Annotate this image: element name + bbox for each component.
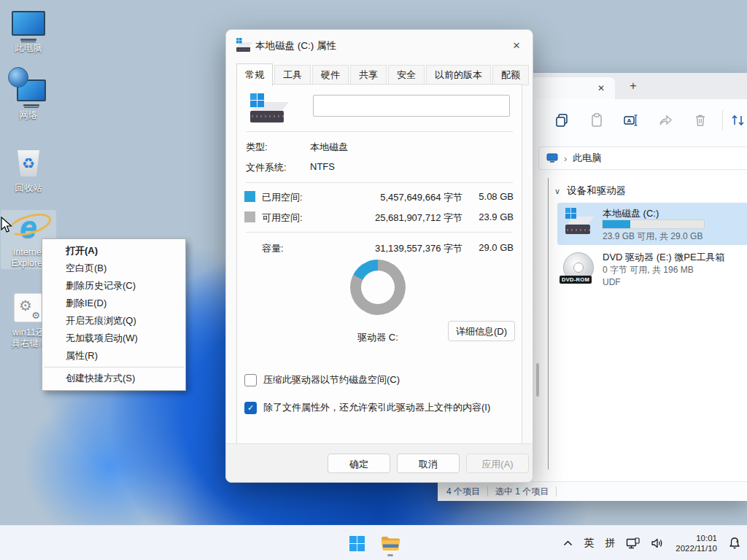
index-checkbox[interactable]: ✓ <box>244 402 257 414</box>
desktop-icon-network[interactable]: 网络 <box>1 73 56 121</box>
reg-file-icon: ⚙⚙ <box>11 290 46 325</box>
used-space-size: 5.08 GB <box>479 191 514 202</box>
menu-item-blank-page[interactable]: 空白页(B) <box>42 260 185 277</box>
desktop-icon-this-pc[interactable]: 此电脑 <box>1 6 56 54</box>
volume-label-input[interactable] <box>313 95 510 117</box>
menu-item-delete-ie[interactable]: 删除IE(D) <box>42 295 185 312</box>
properties-dialog: 本地磁盘 (C:) 属性 ✕ 常规 工具 硬件 共享 安全 以前的版本 配额 类… <box>225 29 533 483</box>
tab-sharing[interactable]: 共享 <box>350 65 387 85</box>
drive-usage-bar <box>602 219 705 229</box>
dialog-footer: 确定 取消 应用(A) <box>226 443 533 482</box>
details-button[interactable]: 详细信息(D) <box>448 321 515 341</box>
free-space-swatch <box>244 211 255 222</box>
dialog-title-drive-icon <box>236 40 251 52</box>
section-devices-and-drives[interactable]: ∨ 设备和驱动器 <box>554 184 626 198</box>
menu-item-delete-history[interactable]: 删除历史记录(C) <box>42 277 185 295</box>
menu-separator <box>44 367 184 368</box>
new-tab-button[interactable]: + <box>626 79 640 93</box>
clock[interactable]: 10:01 2022/11/10 <box>676 533 717 553</box>
compress-checkbox-label: 压缩此驱动器以节约磁盘空间(C) <box>263 373 400 386</box>
section-header-label: 设备和驱动器 <box>567 184 626 198</box>
volume-icon[interactable] <box>651 537 665 549</box>
tray-overflow-chevron-icon[interactable] <box>563 540 573 546</box>
menu-item-properties[interactable]: 属性(R) <box>42 347 185 365</box>
this-pc-icon <box>546 153 558 163</box>
capacity-bytes: 31,139,557,376 字节 <box>375 242 462 255</box>
type-label: 类型: <box>246 141 268 154</box>
desktop-icon-recycle-bin[interactable]: ♻ 回收站 <box>1 146 56 194</box>
ime-language-button[interactable]: 英 <box>584 537 594 550</box>
notification-bell-icon[interactable]: z <box>728 537 741 550</box>
tab-hardware[interactable]: 硬件 <box>312 65 349 85</box>
drive-icon-large <box>250 98 285 122</box>
drive-item-e[interactable]: DVD-ROM DVD 驱动器 (E:) 微PE工具箱 0 字节 可用, 共 1… <box>557 249 747 293</box>
tab-close-icon[interactable]: ✕ <box>595 82 608 95</box>
used-space-swatch <box>244 191 255 202</box>
copy-icon[interactable] <box>554 113 569 128</box>
gear-icon-small: ⚙ <box>31 310 40 321</box>
general-tab-page: 类型: 本地磁盘 文件系统: NTFS 已用空间: 5,457,649,664 … <box>236 84 522 444</box>
divider <box>246 131 513 132</box>
sort-icon[interactable] <box>729 113 747 128</box>
drive-filesystem: UDF <box>603 277 621 287</box>
ime-mode-button[interactable]: 拼 <box>605 537 615 550</box>
drive-info: 0 字节 可用, 共 196 MB <box>603 264 694 276</box>
ok-button[interactable]: 确定 <box>328 454 390 473</box>
compress-checkbox[interactable]: ✓ <box>244 374 257 386</box>
drive-name: DVD 驱动器 (E:) 微PE工具箱 <box>603 251 725 264</box>
menu-item-open[interactable]: 打开(A) <box>42 242 185 260</box>
tab-tools[interactable]: 工具 <box>274 65 311 85</box>
tab-security[interactable]: 安全 <box>388 65 425 85</box>
apply-button[interactable]: 应用(A) <box>466 454 529 473</box>
nav-scrollbar-thumb[interactable] <box>536 363 539 397</box>
running-indicator <box>387 554 393 556</box>
index-checkbox-label: 除了文件属性外，还允许索引此驱动器上文件的内容(I) <box>263 401 490 414</box>
tab-quota[interactable]: 配额 <box>492 65 529 85</box>
network-icon[interactable] <box>626 537 640 550</box>
drive-name: 本地磁盘 (C:) <box>603 207 659 220</box>
desktop: 此电脑 网络 ♻ 回收站 e Internet Explorer ⚙⚙ win1… <box>0 0 747 560</box>
breadcrumb-chevron-icon: › <box>564 153 567 164</box>
usage-donut <box>350 260 406 315</box>
toolbar-divider <box>722 110 723 131</box>
used-space-bytes: 5,457,649,664 字节 <box>380 191 462 204</box>
dialog-tabs: 常规 工具 硬件 共享 安全 以前的版本 配额 <box>236 63 530 85</box>
capacity-size: 29.0 GB <box>479 242 514 253</box>
type-value: 本地磁盘 <box>310 141 348 154</box>
svg-text:A: A <box>627 117 632 124</box>
menu-item-no-addons[interactable]: 无加载项启动(W) <box>42 330 185 347</box>
address-bar[interactable]: › 此电脑 <box>538 147 747 170</box>
recycle-bin-icon: ♻ <box>11 146 46 181</box>
status-bar: 4 个项目 选中 1 个项目 <box>438 481 747 501</box>
icon-label: 网络 <box>20 110 38 121</box>
index-checkbox-row[interactable]: ✓ 除了文件属性外，还允许索引此驱动器上文件的内容(I) <box>244 401 514 414</box>
tab-general[interactable]: 常规 <box>236 63 273 86</box>
tab-previous-versions[interactable]: 以前的版本 <box>426 65 491 85</box>
local-disk-icon <box>565 212 592 234</box>
used-space-label: 已用空间: <box>262 191 303 204</box>
breadcrumb[interactable]: 此电脑 <box>573 152 601 165</box>
cancel-button[interactable]: 取消 <box>397 454 460 473</box>
menu-item-create-shortcut[interactable]: 创建快捷方式(S) <box>42 370 185 387</box>
start-button[interactable] <box>342 529 371 558</box>
delete-icon[interactable] <box>693 113 708 128</box>
paste-icon[interactable] <box>589 113 604 128</box>
svg-text:z: z <box>736 539 738 543</box>
internet-explorer-icon: e <box>11 210 46 245</box>
dialog-title: 本地磁盘 (C:) 属性 <box>255 39 336 52</box>
dvd-rom-badge: DVD-ROM <box>560 276 592 284</box>
drive-item-c[interactable]: 本地磁盘 (C:) 23.9 GB 可用, 共 29.0 GB <box>557 203 747 245</box>
folder-icon <box>381 535 400 551</box>
this-pc-icon <box>11 6 46 41</box>
share-icon[interactable] <box>658 113 673 128</box>
status-item-count: 4 个项目 <box>446 486 480 498</box>
section-collapse-icon[interactable]: ∨ <box>554 187 560 196</box>
recycle-glyph: ♻ <box>22 156 35 171</box>
menu-item-inprivate[interactable]: 开启无痕浏览(Q) <box>42 312 185 330</box>
dialog-close-icon[interactable]: ✕ <box>508 37 525 55</box>
compress-checkbox-row[interactable]: ✓ 压缩此驱动器以节约磁盘空间(C) <box>244 373 514 386</box>
mouse-cursor <box>0 217 13 234</box>
rename-icon[interactable]: A <box>623 113 638 128</box>
taskbar-file-explorer-button[interactable] <box>376 529 405 558</box>
nav-pane-divider[interactable] <box>548 178 549 470</box>
